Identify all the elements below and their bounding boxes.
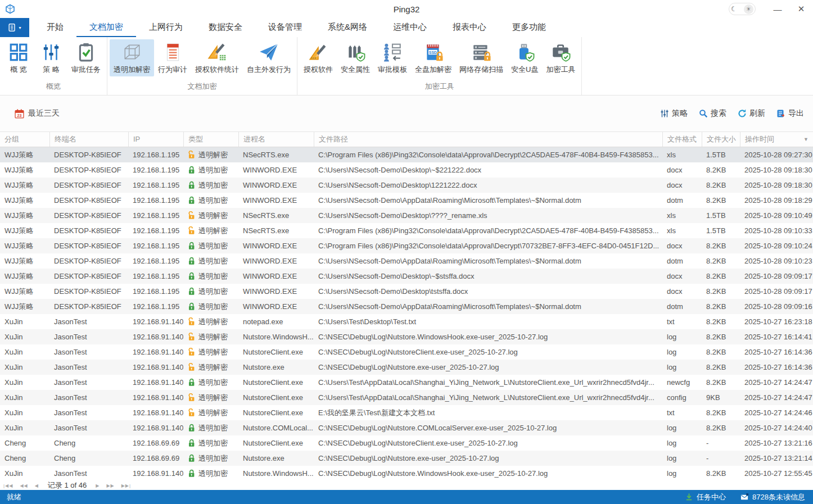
column-header-process[interactable]: 进程名 <box>238 132 314 147</box>
table-row[interactable]: WJJ策略DESKTOP-K85IEOF192.168.1.195透明加密WIN… <box>0 269 813 284</box>
ribbon-button-org-template[interactable]: 审批模板 <box>374 39 411 76</box>
tab-7[interactable]: 报表中心 <box>440 18 499 37</box>
cell-group: XuJin <box>0 344 49 360</box>
cell-time: 2025-10-28 09:10:33 <box>740 223 813 238</box>
sliders-small-icon <box>660 109 669 118</box>
table-row[interactable]: XuJinJasonTest192.168.91.140透明解密Nutstore… <box>0 329 813 344</box>
cell-format: dotm <box>662 299 702 314</box>
table-row[interactable]: WJJ策略DESKTOP-K85IEOF192.168.1.195透明加密WIN… <box>0 238 813 253</box>
cell-ip: 192.168.1.195 <box>128 269 183 284</box>
column-header-type[interactable]: 类型 <box>183 132 238 147</box>
column-header-size[interactable]: 文件大小 <box>702 132 740 147</box>
type-label: 透明加密 <box>198 253 228 269</box>
table-row[interactable]: WJJ策略DESKTOP-K85IEOF192.168.1.195透明解密NSe… <box>0 147 813 162</box>
tab-3[interactable]: 数据安全 <box>196 18 255 37</box>
cell-type: 透明解密 <box>183 223 238 238</box>
table-row[interactable]: WJJ策略DESKTOP-K85IEOF192.168.1.195透明加密WIN… <box>0 162 813 178</box>
ribbon-button-paper-plane[interactable]: 自主外发行为 <box>243 39 295 76</box>
table-row[interactable]: WJJ策略DESKTOP-K85IEOF192.168.1.195透明加密WIN… <box>0 299 813 314</box>
ribbon-button-briefcase-shield[interactable]: 加密工具 <box>542 39 579 76</box>
task-center-button[interactable]: 任务中心 <box>685 492 726 502</box>
table-row[interactable]: WJJ策略DESKTOP-K85IEOF192.168.1.195透明解密NSe… <box>0 208 813 223</box>
fast-prev-button[interactable]: ◀◀ <box>16 483 31 488</box>
ribbon-button-ruler-pencil-sheet[interactable]: 授权软件统计 <box>191 39 243 76</box>
table-row[interactable]: WJJ策略DESKTOP-K85IEOF192.168.1.195透明加密WIN… <box>0 253 813 269</box>
cell-ip: 192.168.91.140 <box>128 420 183 435</box>
column-filter-dropdown-icon[interactable]: ▼ <box>803 132 809 147</box>
tab-4[interactable]: 设备管理 <box>255 18 315 37</box>
ribbon-button-fence-shield[interactable]: 安全属性 <box>337 39 374 76</box>
cell-size: 1.5TB <box>702 223 740 238</box>
table-row[interactable]: XuJinJasonTest192.168.91.140透明加密Nutstore… <box>0 375 813 390</box>
ribbon-button-cube[interactable]: 透明加解密 <box>110 39 154 76</box>
cell-ip: 192.168.91.140 <box>128 314 183 329</box>
tab-6[interactable]: 运维中心 <box>380 18 440 37</box>
cell-format: config <box>662 390 702 405</box>
date-filter-button[interactable]: 23 最近三天 <box>15 108 60 119</box>
table-row[interactable]: WJJ策略DESKTOP-K85IEOF192.168.1.195透明加密WIN… <box>0 284 813 299</box>
first-page-button[interactable]: |◀◀ <box>0 483 16 488</box>
table-row[interactable]: XuJinJasonTest192.168.91.140透明解密Nutstore… <box>0 390 813 405</box>
ribbon-button-ruler-pencil[interactable]: 授权软件 <box>300 39 337 76</box>
prev-page-button[interactable]: ◀ <box>31 483 42 488</box>
table-row[interactable]: XuJinJasonTest192.168.91.140透明解密Nutstore… <box>0 344 813 360</box>
table-row[interactable]: XuJinJasonTest192.168.91.140透明加密Nutstore… <box>0 420 813 435</box>
ribbon-button-grid[interactable]: 概 览 <box>2 39 35 76</box>
table-row[interactable]: WJJ策略DESKTOP-K85IEOF192.168.1.195透明加密WIN… <box>0 193 813 208</box>
table-row[interactable]: ChengCheng192.168.69.69透明加密Nutstore.exeC… <box>0 451 813 466</box>
cell-terminal: DESKTOP-K85IEOF <box>49 253 128 269</box>
cell-path: E:\我的坚果云\Test\新建文本文档.txt <box>314 405 662 420</box>
cell-format: docx <box>662 162 702 178</box>
column-header-ip[interactable]: IP <box>128 132 183 147</box>
tab-5[interactable]: 系统&网络 <box>315 18 380 37</box>
tab-8[interactable]: 更多功能 <box>499 18 559 37</box>
lock-open-icon <box>188 151 195 159</box>
tab-1[interactable]: 文档加密 <box>76 18 136 37</box>
close-button[interactable]: ✕ <box>789 0 813 18</box>
cell-terminal: DESKTOP-K85IEOF <box>49 269 128 284</box>
column-header-group[interactable]: 分组 <box>0 132 49 147</box>
column-header-time[interactable]: 操作时间▼ <box>740 132 813 147</box>
table-row[interactable]: XuJinJasonTest192.168.91.140透明解密notepad.… <box>0 314 813 329</box>
column-header-path[interactable]: 文件路径 <box>314 132 662 147</box>
column-header-terminal[interactable]: 终端名 <box>49 132 128 147</box>
ribbon-button-sliders[interactable]: 策 略 <box>35 39 67 76</box>
ribbon-button-usb-shield[interactable]: 安全U盘 <box>507 39 542 76</box>
table-row[interactable]: WJJ策略DESKTOP-K85IEOF192.168.1.195透明加密WIN… <box>0 178 813 193</box>
minimize-button[interactable]: — <box>766 0 789 18</box>
search-button[interactable]: 搜索 <box>699 108 726 119</box>
last-page-button[interactable]: ▶▶| <box>118 483 134 488</box>
ribbon-button-audit-doc[interactable]: 行为审计 <box>154 39 191 76</box>
ribbon-button-server-lock[interactable]: 网络存储扫描 <box>455 39 507 76</box>
cell-size: 8.2KB <box>702 329 740 344</box>
theme-toggle[interactable]: ☾ ☀ <box>729 3 756 15</box>
fast-next-button[interactable]: ▶▶ <box>103 483 118 488</box>
cell-size: 8.2KB <box>702 269 740 284</box>
column-header-format[interactable]: 文件格式 <box>662 132 702 147</box>
next-page-button[interactable]: ▶ <box>92 483 103 488</box>
export-button[interactable]: 导出 <box>776 108 804 119</box>
cell-path: C:\NSEC\Debug\Log\Nutstore.exe-user_2025… <box>314 451 662 466</box>
cell-terminal: DESKTOP-K85IEOF <box>49 147 128 162</box>
cell-ip: 192.168.69.69 <box>128 435 183 451</box>
cell-type: 透明解密 <box>183 208 238 223</box>
ribbon-button-label: 行为审计 <box>158 65 187 75</box>
table-row[interactable]: XuJinJasonTest192.168.91.140透明解密Nutstore… <box>0 360 813 375</box>
cell-type: 透明加密 <box>183 269 238 284</box>
cell-group: WJJ策略 <box>0 162 49 178</box>
table-row[interactable]: XuJinJasonTest192.168.91.140透明加密Nutstore… <box>0 466 813 481</box>
app-menu-button[interactable]: ▾ <box>0 18 29 37</box>
titlebar: Ping32 ☾ ☀ — ✕ <box>0 0 813 18</box>
table-row[interactable]: ChengCheng192.168.69.69透明加密NutstoreClien… <box>0 435 813 451</box>
cell-process: NutstoreClient.exe <box>238 344 314 360</box>
ribbon-button-ssd-lock[interactable]: SSD全盘加解密 <box>411 39 455 76</box>
unread-messages-button[interactable]: 8728条未读信息 <box>740 492 805 502</box>
refresh-button[interactable]: 刷新 <box>738 108 765 119</box>
policy-button[interactable]: 策略 <box>660 108 688 119</box>
ribbon-button-clipboard-check[interactable]: 审批任务 <box>67 39 105 76</box>
table-row[interactable]: WJJ策略DESKTOP-K85IEOF192.168.1.195透明解密NSe… <box>0 223 813 238</box>
type-label: 透明加密 <box>198 162 228 178</box>
table-row[interactable]: XuJinJasonTest192.168.91.140透明解密Nutstore… <box>0 405 813 420</box>
tab-2[interactable]: 上网行为 <box>136 18 196 37</box>
tab-0[interactable]: 开始 <box>34 18 76 37</box>
